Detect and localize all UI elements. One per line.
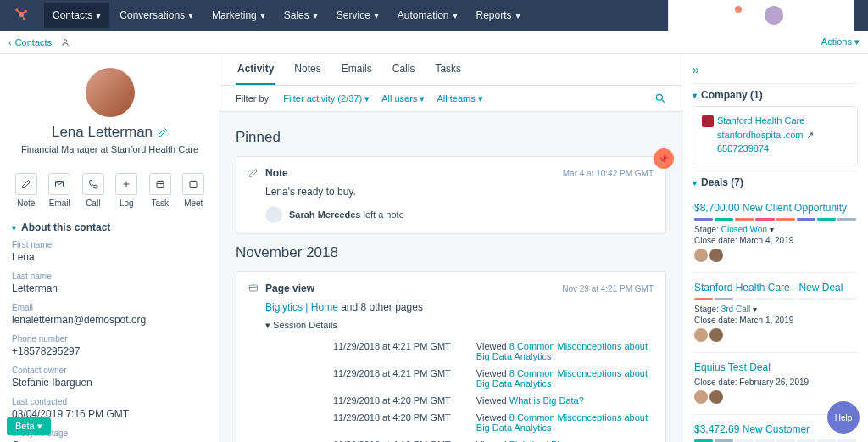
tab-tasks[interactable]: Tasks bbox=[433, 54, 463, 85]
qa-note[interactable]: Note bbox=[12, 173, 41, 208]
qa-email[interactable]: Email bbox=[46, 173, 75, 208]
first-name-field[interactable]: Lena bbox=[12, 251, 208, 263]
filter-teams[interactable]: All teams ▾ bbox=[437, 93, 482, 104]
record-tabs: Activity Notes Emails Calls Tasks bbox=[220, 54, 682, 86]
avatar bbox=[765, 6, 783, 25]
viewed-page-link[interactable]: 8 Common Misconceptions about Big Data A… bbox=[476, 341, 648, 361]
qa-meet[interactable]: Meet bbox=[180, 173, 209, 208]
contact-photo[interactable] bbox=[86, 68, 135, 117]
tab-activity[interactable]: Activity bbox=[236, 54, 275, 85]
help-button[interactable]: Help bbox=[827, 401, 860, 434]
deal-name-link[interactable]: Equius Test Deal bbox=[694, 361, 856, 373]
pageview-icon bbox=[248, 283, 259, 294]
svg-rect-11 bbox=[250, 285, 258, 291]
notifications-icon[interactable] bbox=[726, 9, 738, 21]
deal-card[interactable]: Stanford Health Care - New Deal Stage: 3… bbox=[693, 273, 858, 353]
about-section-toggle[interactable]: ▾About this contact bbox=[12, 221, 208, 233]
associations-panel: » ▾Company (1) Stanford Health Care stan… bbox=[682, 54, 868, 442]
company-name-link[interactable]: Stanford Health Care bbox=[717, 115, 804, 126]
note-icon bbox=[248, 168, 259, 178]
external-link-icon[interactable]: ↗ bbox=[806, 130, 814, 140]
nav-automation[interactable]: Automation ▾ bbox=[389, 3, 466, 28]
company-phone-link[interactable]: 6507239874 bbox=[717, 143, 769, 154]
svg-point-5 bbox=[707, 14, 710, 17]
session-row: 11/29/2018 at 4:21 PM GMTViewed 8 Common… bbox=[265, 365, 654, 392]
pinned-note-card[interactable]: 📌 Note Mar 4 at 10:42 PM GMT Lena's read… bbox=[236, 156, 666, 234]
contact-title: Financial Manager at Stanford Health Car… bbox=[21, 144, 198, 154]
top-nav: Contacts ▾ Conversations ▾ Marketing ▾ S… bbox=[0, 0, 868, 31]
note-text: Lena's ready to buy. bbox=[265, 186, 654, 198]
deals-section-toggle[interactable]: ▾Deals (7) bbox=[693, 171, 858, 193]
viewed-page-link[interactable]: 8 Common Misconceptions about Big Data A… bbox=[476, 412, 648, 433]
tab-calls[interactable]: Calls bbox=[391, 54, 417, 85]
phone-field[interactable]: +18578295297 bbox=[12, 345, 208, 357]
owner-field[interactable]: Stefanie Ibarguen bbox=[12, 377, 208, 389]
session-row: 11/29/2018 at 4:20 PM GMTViewed 8 Common… bbox=[265, 409, 654, 436]
activity-feed: Activity Notes Emails Calls Tasks Filter… bbox=[220, 54, 682, 442]
company-logo-icon bbox=[702, 115, 714, 127]
company-section-toggle[interactable]: ▾Company (1) bbox=[693, 83, 858, 106]
nav-sales[interactable]: Sales ▾ bbox=[275, 3, 326, 28]
filter-activity[interactable]: Filter activity (2/37) ▾ bbox=[283, 93, 370, 104]
pinned-heading: Pinned bbox=[236, 129, 666, 146]
sub-bar: ‹ Contacts Actions ▾ bbox=[0, 31, 868, 54]
email-field[interactable]: lenaletterman@demospot.org bbox=[12, 314, 208, 326]
session-row: 11/29/2018 at 4:20 PM GMTViewed What is … bbox=[265, 392, 654, 409]
svg-point-6 bbox=[64, 39, 66, 42]
hubspot-logo-icon[interactable] bbox=[14, 7, 31, 24]
nav-reports[interactable]: Reports ▾ bbox=[468, 3, 529, 28]
back-to-contacts[interactable]: ‹ Contacts bbox=[8, 37, 70, 48]
pageview-card[interactable]: Page view Nov 29 at 4:21 PM GMT Biglytic… bbox=[236, 271, 666, 442]
company-card[interactable]: Stanford Health Care stanfordhospital.co… bbox=[693, 106, 858, 165]
pageview-link[interactable]: Biglytics | Home bbox=[265, 301, 338, 313]
svg-rect-9 bbox=[190, 182, 197, 188]
qa-task[interactable]: Task bbox=[146, 173, 175, 208]
collapse-panel-icon[interactable]: » bbox=[693, 63, 858, 76]
beta-badge[interactable]: Beta ▾ bbox=[7, 417, 51, 435]
nav-conversations[interactable]: Conversations ▾ bbox=[111, 3, 202, 28]
contact-panel: Lena Letterman Financial Manager at Stan… bbox=[0, 54, 220, 442]
tab-emails[interactable]: Emails bbox=[340, 54, 374, 85]
deal-card[interactable]: $8,700.00 New Client Opportunity Stage: … bbox=[693, 193, 858, 273]
nav-contacts[interactable]: Contacts ▾ bbox=[44, 3, 109, 28]
tab-notes[interactable]: Notes bbox=[292, 54, 322, 85]
deal-name-link[interactable]: Stanford Health Care - New Deal bbox=[694, 282, 856, 294]
divider: | bbox=[750, 9, 753, 21]
viewed-page-link[interactable]: What is Big Data? bbox=[509, 395, 584, 406]
month-heading: November 2018 bbox=[236, 244, 666, 261]
qa-log[interactable]: Log bbox=[113, 173, 142, 208]
company-site-link[interactable]: stanfordhospital.com bbox=[717, 130, 804, 140]
search-activity-icon[interactable] bbox=[654, 92, 666, 104]
svg-point-4 bbox=[681, 11, 687, 17]
nav-links: Contacts ▾ Conversations ▾ Marketing ▾ S… bbox=[44, 3, 529, 28]
nav-service[interactable]: Service ▾ bbox=[328, 3, 387, 28]
session-row: 11/29/2018 at 4:21 PM GMTViewed 8 Common… bbox=[265, 338, 654, 365]
session-row: 11/29/2018 at 4:19 PM GMTViewed Biglytic… bbox=[265, 436, 654, 442]
viewed-page-link[interactable]: 8 Common Misconceptions about Big Data A… bbox=[476, 368, 648, 389]
contact-name: Lena Letterman bbox=[52, 124, 153, 141]
settings-icon[interactable] bbox=[703, 9, 715, 21]
qa-call[interactable]: Call bbox=[79, 173, 108, 208]
filter-bar: Filter by: Filter activity (2/37) ▾ All … bbox=[220, 86, 682, 112]
nav-marketing[interactable]: Marketing ▾ bbox=[203, 3, 274, 28]
svg-point-10 bbox=[656, 94, 662, 100]
pin-icon[interactable]: 📌 bbox=[654, 148, 674, 169]
session-details-toggle[interactable]: ▾ Session Details bbox=[265, 320, 654, 331]
search-icon[interactable] bbox=[679, 9, 691, 21]
deal-name-link[interactable]: $8,700.00 New Client Opportunity bbox=[694, 202, 856, 214]
author-avatar bbox=[265, 206, 282, 223]
quick-actions: Note Email Call Log Task Meet bbox=[12, 173, 208, 208]
last-name-field[interactable]: Letterman bbox=[12, 283, 208, 294]
actions-menu[interactable]: Actions ▾ bbox=[821, 36, 860, 48]
svg-rect-8 bbox=[157, 182, 164, 188]
account-menu[interactable]: biglytics.net ▾ bbox=[765, 6, 852, 25]
filter-users[interactable]: All users ▾ bbox=[381, 93, 425, 104]
edit-name-icon[interactable] bbox=[158, 127, 168, 137]
